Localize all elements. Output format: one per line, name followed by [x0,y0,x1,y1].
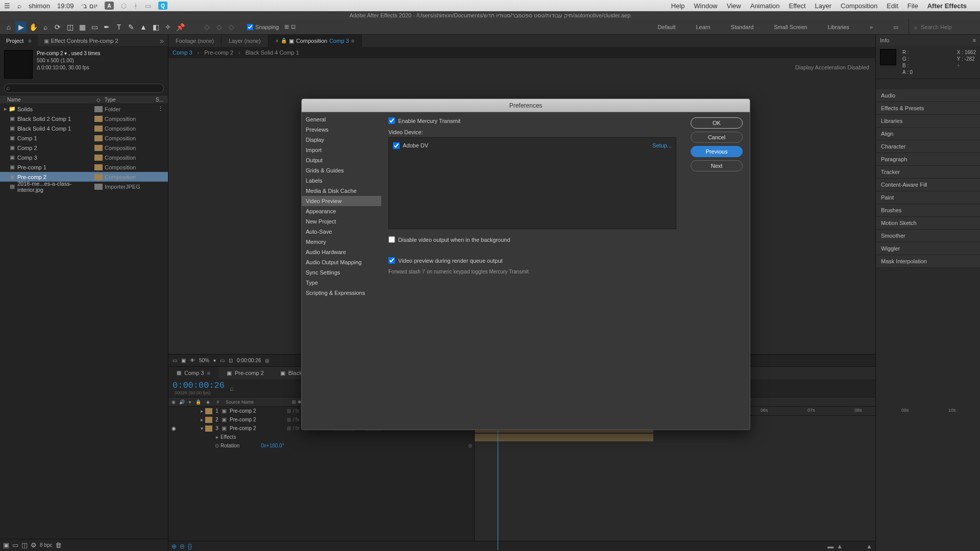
interpret-footage-icon[interactable]: ▣ [3,541,9,549]
layer-label[interactable] [205,417,212,423]
prefs-cat-audio-output-mapping[interactable]: Audio Output Mapping [302,257,381,267]
tl-tab-1[interactable]: ▣Pre-comp 2 [218,367,272,379]
brush-tool[interactable]: ✎ [126,21,137,33]
battery-icon[interactable]: ▭ [145,2,151,10]
prefs-cat-previews[interactable]: Previews [302,124,381,135]
project-item[interactable]: ▣Black Solid 2 Comp 1Composition [0,114,168,123]
layer-label[interactable] [205,425,212,432]
panel-menu-icon[interactable]: ≡ [973,37,976,43]
toggle-modes-icon[interactable]: ⊖ [180,543,185,550]
keyboard-indicator[interactable]: A [105,2,114,10]
twirl-icon[interactable]: ▾ [199,425,204,431]
prefs-cat-audio-hardware[interactable]: Audio Hardware [302,247,381,257]
panel-paragraph[interactable]: Paragraph [876,153,980,166]
layer-label[interactable] [205,408,212,414]
label-swatch[interactable] [94,106,103,112]
prefs-cat-appearance[interactable]: Appearance [302,206,381,216]
prefs-cat-general[interactable]: General [302,114,381,124]
menu-composition[interactable]: Composition [841,2,877,10]
project-item[interactable]: ▸📁SolidsFolder⋮ [0,104,168,114]
prefs-cat-memory[interactable]: Memory [302,237,381,247]
label-swatch[interactable] [94,184,103,190]
col-type[interactable]: Type [105,97,156,103]
panel-menu-icon[interactable]: ≡ [28,38,31,44]
prefs-cat-video-preview[interactable]: Video Preview [302,196,381,206]
layer-bar[interactable] [475,434,653,441]
pen-tool[interactable]: ✒ [101,21,112,33]
previous-button[interactable]: Previous [691,146,743,157]
col-label-icon[interactable]: ◆ [203,399,212,405]
roto-tool[interactable]: ✧ [162,21,174,33]
menu-file[interactable]: File [908,2,918,10]
col-audio-icon[interactable]: 🔊 [179,399,185,405]
project-item[interactable]: ▣Black Solid 4 Comp 1Composition [0,123,168,133]
panel-paint[interactable]: Paint [876,191,980,204]
menu-effect[interactable]: Effect [789,2,806,10]
panel-mask-interpolation[interactable]: Mask Interpolation [876,255,980,268]
tl-tab-0[interactable]: ▦Comp 3≡ [168,367,218,379]
new-folder-icon[interactable]: ▭ [12,541,18,549]
panel-menu-icon[interactable]: ≡ [207,367,210,379]
tab-project[interactable]: Project ≡ [0,35,38,47]
col-solo-icon[interactable]: ● [187,399,193,405]
menu-icon[interactable]: ☰ [4,2,10,10]
prefs-cat-import[interactable]: Import [302,145,381,155]
dropdown-icon[interactable]: ▾ [213,358,216,363]
panel-align[interactable]: Align [876,128,980,140]
viewer-time[interactable]: 0:00:00:26 [237,358,261,363]
prefs-cat-display[interactable]: Display [302,135,381,145]
trash-icon[interactable]: 🗑 [55,541,62,549]
menu-window[interactable]: Window [694,2,718,10]
label-swatch[interactable] [94,164,103,170]
chevron-left-icon[interactable]: ‹ [198,49,200,56]
vp-render-row[interactable]: Video preview during render queue output [388,257,676,264]
playhead[interactable] [498,416,498,550]
selection-tool[interactable]: ▶ [15,21,27,33]
prefs-cat-grids-guides[interactable]: Grids & Guides [302,165,381,176]
project-settings-icon[interactable]: ⚙ [31,541,37,549]
setup-link[interactable]: Setup... [652,142,672,148]
zoom-tool[interactable]: ⌕ [40,21,51,33]
panel-effects-presets[interactable]: Effects & Presets [876,102,980,115]
timeline-timecode[interactable]: 0:00:00:26 [173,381,225,390]
label-swatch[interactable] [94,155,103,161]
snapping-checkbox[interactable] [247,24,253,30]
label-swatch[interactable] [94,145,103,151]
enable-mercury-row[interactable]: Enable Mercury Transmit [388,117,676,124]
panel-wiggler[interactable]: Wiggler [876,242,980,255]
workspace-reset-icon[interactable]: ▭ [883,19,909,35]
col-video-icon[interactable]: ◉ [170,399,177,405]
prefs-cat-media-disk-cache[interactable]: Media & Disk Cache [302,186,381,196]
tab-footage[interactable]: Footage (none) [168,35,222,47]
adobe-dv-checkbox[interactable] [393,142,400,149]
workspace-smallscreen[interactable]: Small Screen [764,19,817,35]
video-toggle[interactable]: ◉ [170,425,177,431]
viewer-icon[interactable]: ⊡ [229,358,233,363]
expression-icon[interactable]: ⊚ [468,443,472,448]
col-tag-icon[interactable]: ◇ [96,97,105,103]
viewer-icon[interactable]: 👁 [190,358,195,363]
panel-smoother[interactable]: Smoother [876,230,980,242]
project-search-input[interactable] [4,84,164,93]
snap-opt-icon[interactable]: ⊞ [284,23,289,30]
menu-help[interactable]: Help [671,2,685,10]
col-sourcename[interactable]: Source Name [224,399,290,405]
panel-character[interactable]: Character [876,140,980,153]
ok-button[interactable]: OK [691,117,743,129]
viewer-icon[interactable]: ▭ [220,358,225,363]
snapping-toggle[interactable]: Snapping ⊞ ⊡ [247,23,296,30]
crumb-2[interactable]: Black Solid 4 Comp 1 [246,49,299,56]
workspace-learn[interactable]: Learn [685,19,720,35]
prefs-cat-output[interactable]: Output [302,155,381,165]
effects-group[interactable]: ▸ Effects [168,433,474,441]
col-name[interactable]: Name [3,97,96,103]
search-help[interactable]: ⌕ [909,19,977,35]
viewer-icon[interactable]: ▣ [181,358,186,363]
puppet-tool[interactable]: 📌 [175,21,186,33]
next-button[interactable]: Next [691,160,743,171]
panel-brushes[interactable]: Brushes [876,204,980,217]
cancel-button[interactable]: Cancel [691,132,743,143]
project-item[interactable]: ▣Comp 3Composition [0,153,168,162]
chevron-left-icon[interactable]: ‹ [238,49,240,56]
panel-motion-sketch[interactable]: Motion Sketch [876,217,980,230]
